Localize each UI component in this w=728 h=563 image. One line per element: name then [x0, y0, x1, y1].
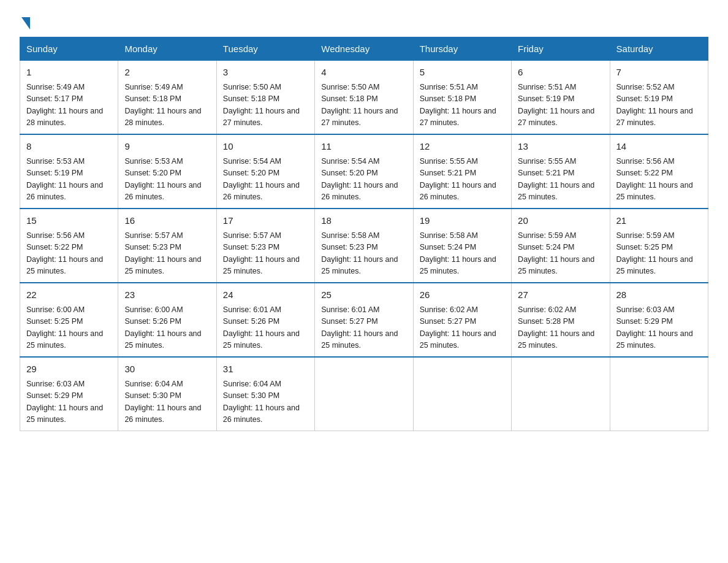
day-info: Sunrise: 5:55 AMSunset: 5:21 PMDaylight:…: [518, 157, 594, 202]
calendar-table: Sunday Monday Tuesday Wednesday Thursday…: [20, 37, 708, 431]
table-row: 14 Sunrise: 5:56 AMSunset: 5:22 PMDaylig…: [610, 134, 708, 209]
day-number: 9: [124, 140, 210, 153]
table-row: [315, 357, 413, 431]
day-number: 8: [26, 140, 112, 153]
day-number: 14: [616, 140, 702, 153]
calendar-week-row: 15 Sunrise: 5:56 AMSunset: 5:22 PMDaylig…: [20, 209, 708, 283]
day-number: 31: [223, 362, 308, 376]
table-row: 18 Sunrise: 5:58 AMSunset: 5:23 PMDaylig…: [315, 209, 413, 283]
header: [20, 15, 708, 29]
calendar-header-row: Sunday Monday Tuesday Wednesday Thursday…: [20, 37, 708, 61]
day-info: Sunrise: 5:52 AMSunset: 5:19 PMDaylight:…: [616, 83, 693, 128]
table-row: 27 Sunrise: 6:02 AMSunset: 5:28 PMDaylig…: [512, 283, 610, 357]
day-number: 21: [616, 214, 702, 228]
logo-arrow-icon: [21, 17, 30, 29]
day-info: Sunrise: 5:50 AMSunset: 5:18 PMDaylight:…: [223, 83, 300, 128]
day-number: 29: [26, 362, 112, 376]
table-row: 15 Sunrise: 5:56 AMSunset: 5:22 PMDaylig…: [20, 209, 118, 283]
table-row: 2 Sunrise: 5:49 AMSunset: 5:18 PMDayligh…: [118, 61, 216, 135]
day-number: 7: [616, 66, 702, 79]
table-row: 29 Sunrise: 6:03 AMSunset: 5:29 PMDaylig…: [20, 357, 118, 431]
day-info: Sunrise: 6:04 AMSunset: 5:30 PMDaylight:…: [223, 380, 300, 424]
table-row: 1 Sunrise: 5:49 AMSunset: 5:17 PMDayligh…: [20, 61, 118, 135]
day-info: Sunrise: 5:58 AMSunset: 5:23 PMDaylight:…: [321, 231, 398, 276]
col-friday: Friday: [512, 37, 610, 61]
table-row: 10 Sunrise: 5:54 AMSunset: 5:20 PMDaylig…: [216, 134, 314, 209]
day-info: Sunrise: 5:51 AMSunset: 5:18 PMDaylight:…: [420, 83, 496, 128]
day-info: Sunrise: 5:56 AMSunset: 5:22 PMDaylight:…: [26, 231, 103, 276]
day-info: Sunrise: 6:00 AMSunset: 5:26 PMDaylight:…: [124, 305, 201, 350]
day-number: 3: [223, 66, 308, 79]
table-row: 8 Sunrise: 5:53 AMSunset: 5:19 PMDayligh…: [20, 134, 118, 209]
day-info: Sunrise: 5:55 AMSunset: 5:21 PMDaylight:…: [420, 157, 496, 202]
logo: [20, 15, 30, 29]
day-info: Sunrise: 5:49 AMSunset: 5:18 PMDaylight:…: [124, 83, 201, 128]
day-number: 22: [26, 288, 112, 302]
day-number: 6: [518, 66, 603, 79]
day-number: 18: [321, 214, 406, 228]
day-number: 23: [124, 288, 210, 302]
table-row: 31 Sunrise: 6:04 AMSunset: 5:30 PMDaylig…: [216, 357, 314, 431]
day-number: 26: [420, 288, 505, 302]
day-number: 4: [321, 66, 406, 79]
day-info: Sunrise: 5:50 AMSunset: 5:18 PMDaylight:…: [321, 83, 398, 128]
calendar-week-row: 8 Sunrise: 5:53 AMSunset: 5:19 PMDayligh…: [20, 134, 708, 209]
day-info: Sunrise: 6:00 AMSunset: 5:25 PMDaylight:…: [26, 305, 103, 350]
calendar-week-row: 22 Sunrise: 6:00 AMSunset: 5:25 PMDaylig…: [20, 283, 708, 357]
day-info: Sunrise: 5:54 AMSunset: 5:20 PMDaylight:…: [223, 157, 300, 202]
table-row: 21 Sunrise: 5:59 AMSunset: 5:25 PMDaylig…: [610, 209, 708, 283]
day-info: Sunrise: 5:57 AMSunset: 5:23 PMDaylight:…: [223, 231, 300, 276]
day-number: 5: [420, 66, 505, 79]
table-row: 19 Sunrise: 5:58 AMSunset: 5:24 PMDaylig…: [413, 209, 511, 283]
day-number: 19: [420, 214, 505, 228]
day-number: 24: [223, 288, 308, 302]
day-number: 16: [124, 214, 210, 228]
table-row: 22 Sunrise: 6:00 AMSunset: 5:25 PMDaylig…: [20, 283, 118, 357]
day-info: Sunrise: 6:03 AMSunset: 5:29 PMDaylight:…: [26, 380, 103, 424]
table-row: 24 Sunrise: 6:01 AMSunset: 5:26 PMDaylig…: [216, 283, 314, 357]
table-row: 13 Sunrise: 5:55 AMSunset: 5:21 PMDaylig…: [512, 134, 610, 209]
table-row: [512, 357, 610, 431]
day-info: Sunrise: 6:01 AMSunset: 5:27 PMDaylight:…: [321, 305, 398, 350]
day-info: Sunrise: 6:02 AMSunset: 5:27 PMDaylight:…: [420, 305, 496, 350]
table-row: 26 Sunrise: 6:02 AMSunset: 5:27 PMDaylig…: [413, 283, 511, 357]
table-row: 6 Sunrise: 5:51 AMSunset: 5:19 PMDayligh…: [512, 61, 610, 135]
day-number: 30: [124, 362, 210, 376]
table-row: 9 Sunrise: 5:53 AMSunset: 5:20 PMDayligh…: [118, 134, 216, 209]
day-info: Sunrise: 5:53 AMSunset: 5:20 PMDaylight:…: [124, 157, 201, 202]
col-tuesday: Tuesday: [216, 37, 314, 61]
col-monday: Monday: [118, 37, 216, 61]
table-row: 17 Sunrise: 5:57 AMSunset: 5:23 PMDaylig…: [216, 209, 314, 283]
day-number: 2: [124, 66, 210, 79]
day-info: Sunrise: 6:01 AMSunset: 5:26 PMDaylight:…: [223, 305, 300, 350]
table-row: 5 Sunrise: 5:51 AMSunset: 5:18 PMDayligh…: [413, 61, 511, 135]
table-row: 20 Sunrise: 5:59 AMSunset: 5:24 PMDaylig…: [512, 209, 610, 283]
day-number: 25: [321, 288, 406, 302]
table-row: 7 Sunrise: 5:52 AMSunset: 5:19 PMDayligh…: [610, 61, 708, 135]
day-info: Sunrise: 6:02 AMSunset: 5:28 PMDaylight:…: [518, 305, 594, 350]
table-row: 16 Sunrise: 5:57 AMSunset: 5:23 PMDaylig…: [118, 209, 216, 283]
day-info: Sunrise: 5:49 AMSunset: 5:17 PMDaylight:…: [26, 83, 103, 128]
col-thursday: Thursday: [413, 37, 511, 61]
day-info: Sunrise: 5:56 AMSunset: 5:22 PMDaylight:…: [616, 157, 693, 202]
table-row: 12 Sunrise: 5:55 AMSunset: 5:21 PMDaylig…: [413, 134, 511, 209]
day-info: Sunrise: 5:57 AMSunset: 5:23 PMDaylight:…: [124, 231, 201, 276]
col-saturday: Saturday: [610, 37, 708, 61]
table-row: 4 Sunrise: 5:50 AMSunset: 5:18 PMDayligh…: [315, 61, 413, 135]
calendar-week-row: 29 Sunrise: 6:03 AMSunset: 5:29 PMDaylig…: [20, 357, 708, 431]
table-row: 3 Sunrise: 5:50 AMSunset: 5:18 PMDayligh…: [216, 61, 314, 135]
day-number: 13: [518, 140, 603, 153]
table-row: [610, 357, 708, 431]
day-info: Sunrise: 5:58 AMSunset: 5:24 PMDaylight:…: [420, 231, 496, 276]
day-info: Sunrise: 5:59 AMSunset: 5:24 PMDaylight:…: [518, 231, 594, 276]
day-number: 28: [616, 288, 702, 302]
day-number: 17: [223, 214, 308, 228]
day-info: Sunrise: 5:51 AMSunset: 5:19 PMDaylight:…: [518, 83, 594, 128]
table-row: 25 Sunrise: 6:01 AMSunset: 5:27 PMDaylig…: [315, 283, 413, 357]
table-row: 23 Sunrise: 6:00 AMSunset: 5:26 PMDaylig…: [118, 283, 216, 357]
day-info: Sunrise: 5:59 AMSunset: 5:25 PMDaylight:…: [616, 231, 693, 276]
day-number: 1: [26, 66, 112, 79]
table-row: [413, 357, 511, 431]
day-number: 15: [26, 214, 112, 228]
day-number: 10: [223, 140, 308, 153]
